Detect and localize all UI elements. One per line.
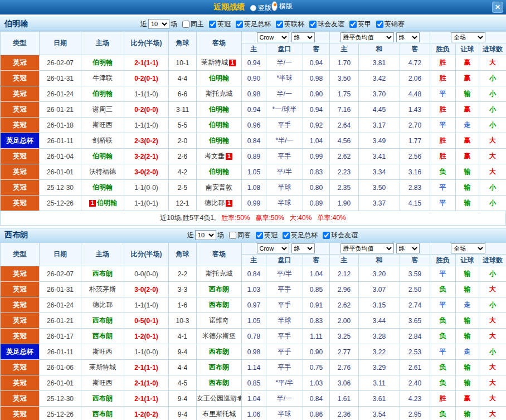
filter-checkbox[interactable]: 英甲 xyxy=(349,19,371,29)
odds-period-select[interactable]: 终 xyxy=(291,243,315,253)
handicap-line-cell: *半球 xyxy=(266,71,303,86)
match-row: 英冠26-01-21西布朗0-5(0-1)10-3诺维奇1.05半球0.832.… xyxy=(1,313,506,329)
odds-draw-cell: 3.42 xyxy=(359,71,400,86)
match-date: 25-12-30 xyxy=(40,180,81,196)
filter-checkbox-input[interactable] xyxy=(236,21,243,28)
team-label: 女王公园巡游者 xyxy=(197,394,242,402)
handicap-home-water: 0.97 xyxy=(242,297,266,313)
team-label: 伯明翰 xyxy=(93,90,113,97)
score-cell: 2-1(1-1) xyxy=(124,360,169,375)
odds-draw-cell: 3.07 xyxy=(359,282,400,297)
radio-icon xyxy=(271,1,278,11)
filter-checkbox[interactable]: 英冠 xyxy=(256,231,278,240)
filter-checkbox[interactable]: 英足总杯 xyxy=(236,19,271,29)
odds-draw-cell: 3.50 xyxy=(359,180,400,196)
filter-checkbox-input[interactable] xyxy=(182,21,189,28)
filter-checkbox[interactable]: 英联杯 xyxy=(276,19,304,29)
view-mode-radio[interactable]: 竖版 xyxy=(250,3,271,13)
goals-result-cell: 大 xyxy=(479,164,506,180)
team-label: 伯明翰 xyxy=(209,105,229,113)
scope-select[interactable]: 全场 xyxy=(451,243,485,253)
team-label: 西布朗 xyxy=(209,301,229,309)
competition-cell: 英冠 xyxy=(1,282,40,297)
europe-period-select[interactable]: 终 xyxy=(396,32,420,42)
team-label: 伯明翰 xyxy=(209,168,229,175)
odds-draw-cell: 3.20 xyxy=(359,266,400,282)
team-label: 西布朗 xyxy=(209,379,229,387)
competition-cell: 英冠 xyxy=(1,297,40,313)
odds-source-select[interactable]: Crow xyxy=(257,243,289,253)
competition-cell: 英冠 xyxy=(1,407,40,420)
away-team-cell: 德比郡1 xyxy=(197,196,242,211)
filter-checkbox-input[interactable] xyxy=(376,21,383,28)
header-col-score: 比分(半场) xyxy=(124,32,169,55)
handicap-away-water: 0.94 xyxy=(303,102,330,118)
goals-result-cell: 大 xyxy=(479,375,506,391)
europe-period-select[interactable]: 终 xyxy=(396,243,420,253)
score-cell: 1-1(1-0) xyxy=(124,118,169,133)
team-label: 西布朗 xyxy=(209,363,229,371)
team-sections: 伯明翰近10场同主英冠英足总杯英联杯球会友谊英甲英锦赛类型日期主场比分(半场)角… xyxy=(0,17,506,420)
home-team-cell: 德比郡 xyxy=(81,297,124,313)
filter-checkbox-input[interactable] xyxy=(256,232,263,239)
filter-checkbox[interactable]: 球会友谊 xyxy=(309,19,344,29)
home-team-cell: 西布朗 xyxy=(81,329,124,344)
team-label: 诺维奇 xyxy=(209,316,229,324)
filter-checkbox[interactable]: 英足总杯 xyxy=(283,231,318,240)
subheader-handicap-away: 客 xyxy=(303,255,330,266)
filter-checkbox-input[interactable] xyxy=(323,232,330,239)
close-button[interactable]: ✕ xyxy=(492,2,503,13)
filter-checkbox-label: 球会友谊 xyxy=(331,231,358,240)
team-label: 伯明翰 xyxy=(209,74,229,82)
filter-checkbox[interactable]: 球会友谊 xyxy=(323,231,358,240)
europe-avg-select[interactable]: 胜平负均值 xyxy=(340,243,394,253)
filter-checkbox[interactable]: 同客 xyxy=(229,231,251,240)
subheader-goals: 进球数 xyxy=(479,43,506,55)
odds-period-select[interactable]: 终 xyxy=(291,32,315,42)
filter-checkbox-input[interactable] xyxy=(349,21,357,28)
filter-checkbox-input[interactable] xyxy=(209,21,216,28)
subheader-spread: 让球 xyxy=(456,43,479,55)
competition-cell: 英冠 xyxy=(1,86,40,102)
odds-away-cell: 1.77 xyxy=(400,133,430,149)
handicap-home-water: 1.05 xyxy=(242,313,266,329)
spread-result-cell: 输 xyxy=(456,329,479,344)
handicap-line-cell: *一/球半 xyxy=(266,102,303,118)
recent-count-select[interactable]: 10 xyxy=(195,230,216,240)
odds-home-cell: 2.62 xyxy=(330,297,359,313)
filter-checkbox-input[interactable] xyxy=(229,232,236,239)
match-row: 英冠26-01-17西布朗1-2(0-1)4-1米德尔斯堡0.78平手1.113… xyxy=(1,329,506,344)
match-row: 英冠26-01-06莱斯特城2-1(1-1)4-4西布朗1.14平手0.752.… xyxy=(1,360,506,375)
odds-source-select[interactable]: Crow xyxy=(257,32,289,42)
filter-checkbox-input[interactable] xyxy=(276,21,283,28)
handicap-home-water: 1.04 xyxy=(242,391,266,407)
odds-away-cell: 2.40 xyxy=(400,375,430,391)
scope-select[interactable]: 全场 xyxy=(451,32,485,42)
team-label: 西布朗 xyxy=(93,394,113,402)
odds-away-cell: 4.23 xyxy=(400,391,430,407)
away-team-cell: 斯托克城 xyxy=(197,266,242,282)
handicap-line-cell: 平手 xyxy=(266,282,303,297)
handicap-home-water: 0.98 xyxy=(242,344,266,360)
header-col-corner: 角球 xyxy=(169,32,197,55)
filter-checkbox[interactable]: 英锦赛 xyxy=(376,19,405,29)
handicap-away-water: 0.90 xyxy=(303,86,330,102)
filter-checkbox[interactable]: 同主 xyxy=(182,19,204,29)
filter-checkbox-input[interactable] xyxy=(309,21,317,28)
match-date: 26-01-11 xyxy=(40,344,81,360)
odds-away-cell: 2.61 xyxy=(400,360,430,375)
team-label: 德比郡 xyxy=(205,199,225,207)
europe-avg-select[interactable]: 胜平负均值 xyxy=(340,32,394,42)
subheader-odds-home: 主 xyxy=(330,43,359,55)
matches-table: 类型日期主场比分(半场)角球客场Crow终胜平负均值终全场主盘口客主和客胜负让球… xyxy=(0,31,506,211)
competition-cell: 英冠 xyxy=(1,102,40,118)
filter-checkbox[interactable]: 英冠 xyxy=(209,19,231,29)
score-cell: 2-3(0-2) xyxy=(124,133,169,149)
header-col-away: 客场 xyxy=(197,32,242,55)
home-team-cell: 剑桥联 xyxy=(81,133,124,149)
team-label: 牛津联 xyxy=(93,74,113,82)
filter-checkbox-input[interactable] xyxy=(283,232,290,239)
view-mode-radio[interactable]: 横版 xyxy=(271,1,293,11)
header-europe-group: 胜平负均值终 xyxy=(330,32,430,43)
recent-count-select[interactable]: 10 xyxy=(148,19,169,29)
